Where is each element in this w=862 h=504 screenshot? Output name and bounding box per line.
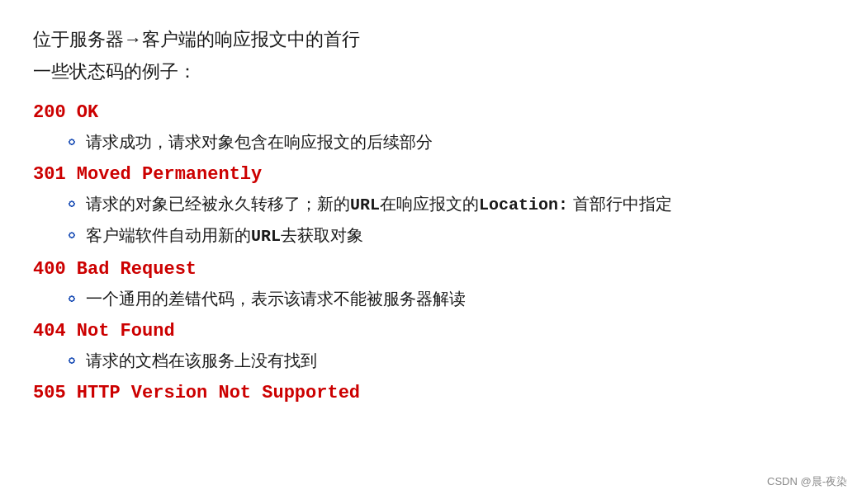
bullet-text: 一个通用的差错代码，表示该请求不能被服务器解读 <box>86 285 466 313</box>
status-codes-container: 200 OK⭘请求成功，请求对象包含在响应报文的后续部分301 Moved Pe… <box>33 102 829 403</box>
bullet-text: 请求的对象已经被永久转移了；新的URL在响应报文的Location: 首部行中指… <box>86 190 672 219</box>
heading-line2: 一些状态码的例子： <box>33 57 829 86</box>
bullet-circle-icon: ⭘ <box>66 351 78 371</box>
status-code-2: 400 Bad Request <box>33 259 829 280</box>
list-item: ⭘客户端软件自动用新的URL去获取对象 <box>33 221 829 251</box>
bullet-text: 请求的文档在该服务上没有找到 <box>86 346 317 374</box>
status-code-3: 404 Not Found <box>33 321 829 341</box>
status-code-4: 505 HTTP Version Not Supported <box>33 383 829 403</box>
heading-line1: 位于服务器→客户端的响应报文中的首行 <box>33 25 829 54</box>
bullet-list-3: ⭘请求的文档在该服务上没有找到 <box>33 346 829 374</box>
bullet-circle-icon: ⭘ <box>66 133 78 153</box>
status-code-1: 301 Moved Permanently <box>33 164 829 185</box>
bullet-text: 客户端软件自动用新的URL去获取对象 <box>86 221 363 251</box>
bullet-circle-icon: ⭘ <box>66 195 78 214</box>
bullet-list-1: ⭘请求的对象已经被永久转移了；新的URL在响应报文的Location: 首部行中… <box>33 190 829 251</box>
list-item: ⭘请求的对象已经被永久转移了；新的URL在响应报文的Location: 首部行中… <box>33 190 829 219</box>
status-code-0: 200 OK <box>33 102 829 123</box>
bullet-circle-icon: ⭘ <box>66 290 78 309</box>
list-item: ⭘请求成功，请求对象包含在响应报文的后续部分 <box>33 128 829 156</box>
bullet-circle-icon: ⭘ <box>66 226 78 246</box>
watermark: CSDN @晨-夜染 <box>767 474 847 489</box>
bullet-list-2: ⭘一个通用的差错代码，表示该请求不能被服务器解读 <box>33 285 829 313</box>
bullet-text: 请求成功，请求对象包含在响应报文的后续部分 <box>86 128 433 156</box>
list-item: ⭘一个通用的差错代码，表示该请求不能被服务器解读 <box>33 285 829 313</box>
list-item: ⭘请求的文档在该服务上没有找到 <box>33 346 829 374</box>
bullet-list-0: ⭘请求成功，请求对象包含在响应报文的后续部分 <box>33 128 829 156</box>
